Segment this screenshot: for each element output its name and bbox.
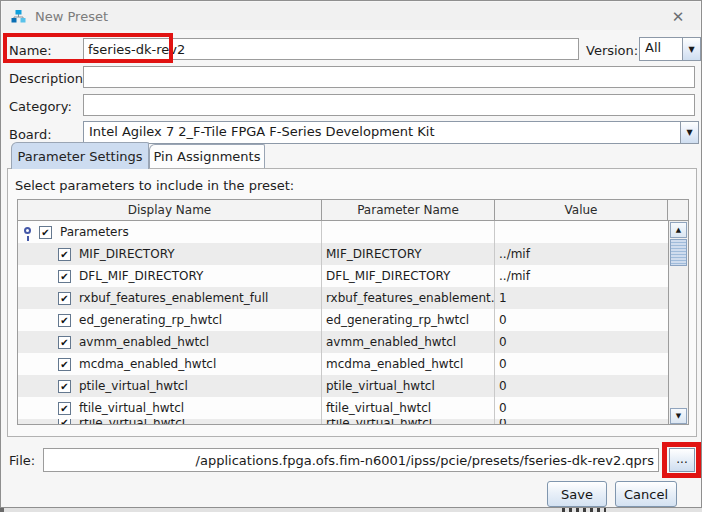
parameter-name: rxbuf_features_enablement... (322, 287, 495, 309)
display-name: mcdma_enabled_hwtcl (79, 357, 216, 371)
parameter-value: 1 (495, 287, 668, 309)
column-header-scroll-stub (668, 200, 688, 221)
file-path-input[interactable]: /applications.fpga.ofs.fim-n6001/ipss/pc… (43, 448, 659, 472)
display-name: Parameters (60, 225, 129, 239)
display-name: MIF_DIRECTORY (79, 247, 175, 261)
category-label: Category: (9, 99, 72, 114)
parameter-value: ../mif (495, 243, 668, 265)
occluded-corner-fragment (0, 508, 4, 512)
display-name: rxbuf_features_enablement_full (79, 291, 268, 305)
table-row[interactable]: ✔ed_generating_rp_hwtcled_generating_rp_… (18, 309, 668, 331)
table-row[interactable]: ✔DFL_MIF_DIRECTORYDFL_MIF_DIRECTORY../mi… (18, 265, 668, 287)
parameter-name: avmm_enabled_hwtcl (322, 331, 495, 353)
parameters-table: Display Name Parameter Name Value ✔ Para… (17, 199, 689, 425)
table-row-parameters-root[interactable]: ✔ Parameters (18, 221, 668, 243)
close-icon[interactable]: ✕ (668, 7, 688, 27)
new-preset-dialog: New Preset ✕ Name: fseries-dk-rev2 Versi… (0, 0, 702, 512)
parameter-name (322, 221, 495, 243)
name-label: Name: (9, 43, 52, 58)
parameter-value: 0 (495, 353, 668, 375)
occluded-content-fragment (562, 508, 606, 512)
board-label: Board: (9, 127, 52, 142)
row-checkbox[interactable]: ✔ (58, 419, 71, 425)
file-path-value: /applications.fpga.ofs.fim-n6001/ipss/pc… (196, 453, 654, 468)
row-checkbox[interactable]: ✔ (58, 402, 71, 415)
row-checkbox[interactable]: ✔ (58, 358, 71, 371)
display-name: DFL_MIF_DIRECTORY (79, 269, 203, 283)
scrollbar-thumb[interactable] (670, 239, 687, 266)
table-row[interactable]: ✔ftile_virtual_hwtclftile_virtual_hwtcl0 (18, 397, 668, 419)
cancel-button[interactable]: Cancel (615, 481, 677, 507)
table-body: ✔ Parameters ✔MIF_DIRECTORYMIF_DIRECTORY… (18, 221, 668, 425)
row-checkbox[interactable]: ✔ (58, 314, 71, 327)
tab-label: Pin Assignments (154, 149, 261, 164)
category-input[interactable] (83, 94, 695, 116)
tab-parameter-settings[interactable]: Parameter Settings (11, 142, 149, 169)
display-name: ftile_virtual_hwtcl (79, 401, 184, 415)
table-header: Display Name Parameter Name Value (18, 200, 688, 221)
row-checkbox[interactable]: ✔ (58, 380, 71, 393)
scroll-down-icon[interactable]: ▼ (670, 408, 687, 424)
row-checkbox[interactable]: ✔ (58, 292, 71, 305)
vertical-scrollbar[interactable]: ▲ ▼ (668, 221, 688, 425)
parameter-name: rtile_virtual_hwtcl (322, 419, 495, 425)
title-bar[interactable]: New Preset ✕ (2, 2, 700, 30)
version-label: Version: (586, 43, 638, 58)
tab-pin-assignments[interactable]: Pin Assignments (149, 144, 265, 168)
row-checkbox[interactable]: ✔ (58, 336, 71, 349)
tree-expand-icon[interactable] (24, 227, 31, 234)
description-label: Description: (9, 71, 87, 86)
table-row[interactable]: ✔avmm_enabled_hwtclavmm_enabled_hwtcl0 (18, 331, 668, 353)
display-name: ed_generating_rp_hwtcl (79, 313, 222, 327)
parameter-name: mcdma_enabled_hwtcl (322, 353, 495, 375)
board-dropdown-arrow-icon[interactable]: ▼ (680, 122, 698, 143)
row-checkbox[interactable]: ✔ (58, 270, 71, 283)
table-row[interactable]: ✔rxbuf_features_enablement_fullrxbuf_fea… (18, 287, 668, 309)
parameter-value: 0 (495, 331, 668, 353)
display-name: avmm_enabled_hwtcl (79, 335, 209, 349)
parameter-name: ptile_virtual_hwtcl (322, 375, 495, 397)
display-name: rtile_virtual_hwtcl (79, 419, 185, 425)
row-checkbox[interactable]: ✔ (58, 248, 71, 261)
version-dropdown-arrow-icon[interactable]: ▼ (682, 38, 700, 60)
parameter-value (495, 221, 668, 243)
save-button[interactable]: Save (547, 481, 607, 507)
table-row[interactable]: ✔rtile_virtual_hwtclrtile_virtual_hwtcl0 (18, 419, 668, 425)
parameter-value: 0 (495, 419, 668, 425)
file-label: File: (9, 453, 35, 468)
scroll-up-icon[interactable]: ▲ (670, 222, 687, 238)
parameter-rows: ✔MIF_DIRECTORYMIF_DIRECTORY../mif✔DFL_MI… (18, 243, 668, 425)
dialog-window: New Preset ✕ Name: fseries-dk-rev2 Versi… (0, 0, 702, 508)
instruction-text: Select parameters to include in the pres… (15, 178, 294, 193)
row-checkbox[interactable]: ✔ (39, 226, 52, 239)
parameter-name: DFL_MIF_DIRECTORY (322, 265, 495, 287)
dialog-title: New Preset (35, 9, 108, 24)
browse-button[interactable]: ... (669, 448, 695, 472)
parameter-value: 0 (495, 397, 668, 419)
tab-label: Parameter Settings (17, 149, 142, 164)
board-value: Intel Agilex 7 2_F-Tile FPGA F-Series De… (84, 122, 680, 143)
column-header-value[interactable]: Value (495, 200, 668, 221)
name-input[interactable]: fseries-dk-rev2 (83, 38, 579, 60)
parameter-name: ftile_virtual_hwtcl (322, 397, 495, 419)
parameter-value: 0 (495, 309, 668, 331)
parameter-value: ../mif (495, 265, 668, 287)
table-row[interactable]: ✔MIF_DIRECTORYMIF_DIRECTORY../mif (18, 243, 668, 265)
parameter-value: 0 (495, 375, 668, 397)
name-value: fseries-dk-rev2 (88, 42, 185, 57)
board-dropdown[interactable]: Intel Agilex 7 2_F-Tile FPGA F-Series De… (83, 121, 699, 144)
version-value: All (640, 38, 682, 60)
display-name: ptile_virtual_hwtcl (79, 379, 188, 393)
parameter-name: ed_generating_rp_hwtcl (322, 309, 495, 331)
table-row[interactable]: ✔mcdma_enabled_hwtclmcdma_enabled_hwtcl0 (18, 353, 668, 375)
description-input[interactable] (83, 66, 695, 88)
table-row[interactable]: ✔ptile_virtual_hwtclptile_virtual_hwtcl0 (18, 375, 668, 397)
parameter-name: MIF_DIRECTORY (322, 243, 495, 265)
column-header-parameter-name[interactable]: Parameter Name (322, 200, 495, 221)
version-dropdown[interactable]: All ▼ (639, 37, 701, 61)
preset-tree-icon (11, 9, 26, 24)
column-header-display-name[interactable]: Display Name (18, 200, 322, 221)
